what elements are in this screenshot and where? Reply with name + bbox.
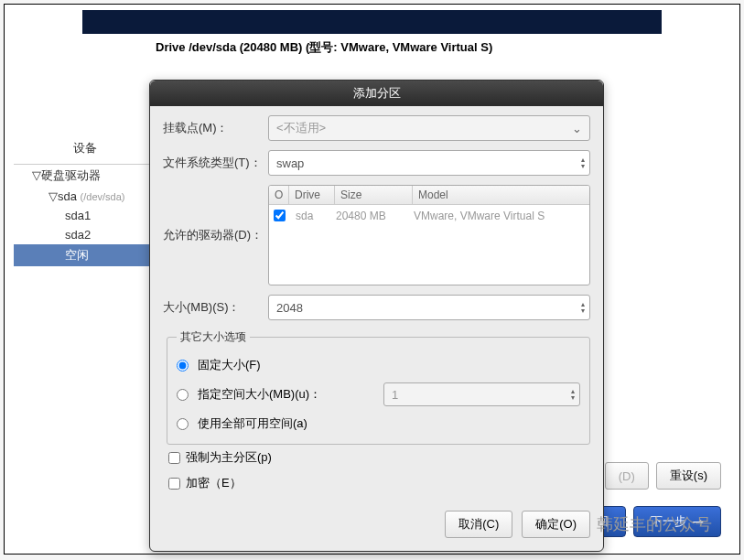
tree-disk-path: (/dev/sda)	[81, 191, 125, 202]
partition-buttons: (D) 重设(s)	[605, 462, 721, 490]
fstype-spinner[interactable]: ▴▾	[578, 156, 588, 169]
mount-point-label: 挂载点(M)：	[163, 120, 268, 136]
tree-root[interactable]: ▽硬盘驱动器	[14, 165, 156, 187]
encrypt-label: 加密（E）	[186, 475, 242, 491]
size-value: 2048	[276, 301, 303, 315]
top-banner	[82, 10, 662, 34]
radio-upto-label: 指定空间大小(MB)(u)：	[198, 386, 321, 403]
radio-all[interactable]	[177, 418, 189, 430]
fstype-label: 文件系统类型(T)：	[163, 155, 268, 171]
add-partition-dialog: 添加分区 挂载点(M)： <不适用> ⌄ 文件系统类型(T)： swap ▴▾ …	[149, 80, 604, 552]
tree-root-label: 硬盘驱动器	[41, 168, 101, 182]
reset-button[interactable]: 重设(s)	[656, 462, 721, 490]
drives-label: 允许的驱动器(D)：	[163, 227, 268, 243]
primary-row[interactable]: 强制为主分区(p)	[163, 445, 590, 470]
size-input[interactable]: 2048 ▴▾	[268, 295, 590, 320]
col-drive: Drive	[289, 186, 335, 204]
encrypt-checkbox[interactable]	[168, 478, 180, 490]
tree-sda2[interactable]: sda2	[14, 225, 156, 244]
radio-fixed-label: 固定大小(F)	[198, 357, 261, 373]
next-button[interactable]: 下一步🡒	[633, 506, 721, 537]
size-spinner[interactable]: ▴▾	[578, 301, 588, 314]
primary-label: 强制为主分区(p)	[186, 449, 272, 466]
mount-point-select[interactable]: <不适用> ⌄	[268, 115, 590, 141]
radio-all-label: 使用全部可用空间(a)	[198, 415, 307, 432]
tree-disk[interactable]: ▽sda (/dev/sda)	[14, 187, 156, 206]
dialog-footer: 取消(C) 确定(O)	[150, 505, 603, 551]
device-tree: 设备 ▽硬盘驱动器 ▽sda (/dev/sda) sda1 sda2 空闲	[14, 133, 156, 266]
encrypt-row[interactable]: 加密（E）	[163, 470, 590, 496]
radio-fixed[interactable]	[177, 360, 189, 372]
fstype-value: swap	[276, 156, 304, 170]
size-options-legend: 其它大小选项	[177, 329, 250, 345]
mount-point-value: <不适用>	[276, 120, 326, 136]
tree-disk-label: sda	[58, 189, 77, 203]
col-model: Model	[413, 186, 589, 204]
drive-model: VMware, VMware Virtual S	[408, 207, 550, 225]
radio-fixed-row[interactable]: 固定大小(F)	[177, 352, 580, 378]
drive-name: sda	[290, 207, 330, 225]
drive-size: 20480 MB	[330, 207, 408, 225]
size-label: 大小(MB)(S)：	[163, 299, 268, 316]
drive-row[interactable]: sda 20480 MB VMware, VMware Virtual S	[269, 205, 589, 227]
upto-input: 1 ▴▾	[383, 382, 580, 406]
upto-value: 1	[392, 388, 398, 402]
ok-button[interactable]: 确定(O)	[522, 511, 590, 538]
delete-button: (D)	[605, 462, 649, 490]
radio-all-row[interactable]: 使用全部可用空间(a)	[177, 411, 580, 436]
dialog-body: 挂载点(M)： <不适用> ⌄ 文件系统类型(T)： swap ▴▾ 允许的驱动…	[150, 106, 603, 505]
radio-upto[interactable]	[177, 389, 189, 401]
upto-spinner: ▴▾	[568, 388, 577, 401]
allowed-drives-list[interactable]: O Drive Size Model sda 20480 MB VMware, …	[268, 185, 590, 285]
drives-header: O Drive Size Model	[269, 186, 589, 205]
primary-checkbox[interactable]	[168, 452, 180, 464]
col-size: Size	[335, 186, 413, 204]
col-check: O	[269, 186, 289, 204]
tree-sda1[interactable]: sda1	[14, 206, 156, 225]
arrow-right-icon: 🡒	[692, 515, 704, 529]
cancel-button[interactable]: 取消(C)	[445, 511, 512, 538]
size-options-fieldset: 其它大小选项 固定大小(F) 指定空间大小(MB)(u)： 1 ▴▾ 使用全部可…	[167, 329, 590, 445]
radio-upto-row[interactable]: 指定空间大小(MB)(u)： 1 ▴▾	[177, 378, 580, 411]
main-window: Drive /dev/sda (20480 MB) (型号: VMware, V…	[4, 4, 740, 555]
next-label: 下一步	[651, 513, 686, 530]
dialog-title: 添加分区	[150, 81, 603, 106]
drive-summary: Drive /dev/sda (20480 MB) (型号: VMware, V…	[156, 39, 739, 56]
drive-checkbox[interactable]	[274, 210, 286, 221]
chevron-down-icon: ⌄	[572, 122, 582, 135]
fstype-select[interactable]: swap ▴▾	[268, 150, 590, 176]
tree-header: 设备	[14, 133, 156, 165]
